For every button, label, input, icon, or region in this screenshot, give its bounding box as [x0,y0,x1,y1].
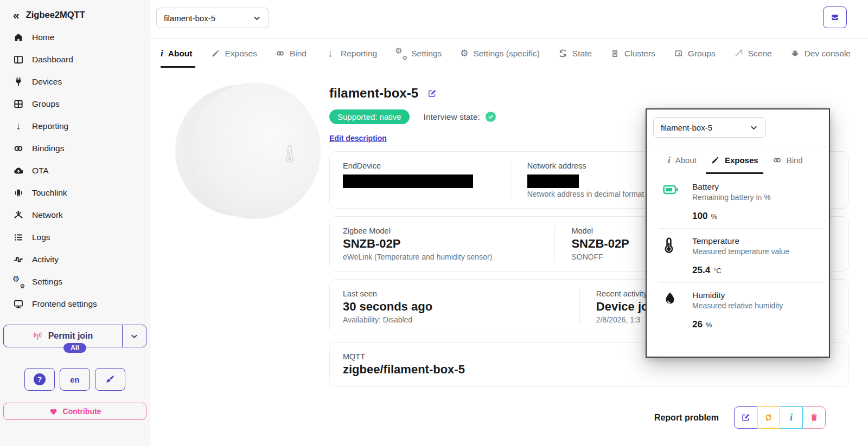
edit-description-link[interactable]: Edit description [329,134,387,143]
sidebar-item-label: Frontend settings [32,299,97,309]
sidebar-item-frontend-settings[interactable]: Frontend settings [0,293,150,315]
sidebar-item-groups[interactable]: Groups [0,93,150,115]
sidebar-item-home[interactable]: Home [0,26,150,48]
bug-icon [790,49,800,58]
expose-value: 26 [692,319,703,330]
popup-tab-bind[interactable]: Bind [765,146,810,174]
tab-label: About [168,49,193,59]
magic-wand-icon [734,49,743,58]
tab-dev-console[interactable]: Dev console [781,39,860,68]
expose-description: Measured temperature value [692,247,789,256]
permit-join-button[interactable]: Permit join [4,325,122,347]
device-select-value: filament-box-5 [164,14,215,23]
tab-settings[interactable]: ⚙⚙ Settings [386,39,451,68]
availability-value: Availability: Disabled [343,315,565,324]
tab-bind[interactable]: Bind [266,39,316,68]
edit-device-button[interactable] [734,406,757,429]
antenna-icon [33,332,42,341]
pencil-icon [711,156,720,165]
remove-device-button[interactable] [802,406,826,429]
expose-description: Remaining battery in % [692,193,771,202]
tab-clusters[interactable]: Clusters [601,39,665,68]
arrow-down-icon: ↓ [13,120,24,132]
sidebar-item-reporting[interactable]: ↓ Reporting [0,115,150,137]
help-button[interactable]: ? [24,368,55,391]
permit-join-label: Permit join [48,331,93,341]
battery-icon [663,182,679,222]
permit-join-control: Permit join All [3,325,146,347]
pulse-icon [13,254,24,265]
expose-value: 100 [692,211,707,222]
sidebar-item-dashboard[interactable]: Dashboard [0,48,150,70]
sidebar-item-label: Devices [32,77,62,87]
zigbee2mqtt-app: « Zigbee2MQTT Home Dashboard Devices Gro… [0,0,868,446]
redacted-ieee-address [343,174,473,188]
sidebar-item-label: Settings [32,277,62,287]
tab-label: Clusters [624,49,655,59]
tab-reporting[interactable]: ↓ Reporting [316,39,386,68]
device-select[interactable]: filament-box-5 [156,8,269,28]
repeat-icon [764,413,773,422]
home-icon [13,32,24,43]
sidebar-header: « Zigbee2MQTT [0,0,150,26]
link-icon [276,49,285,58]
sidebar-item-devices[interactable]: Devices [0,70,150,93]
report-problem-link[interactable]: Report problem [654,413,719,423]
device-tabbar: i About Exposes Bind ↓ Reporting ⚙⚙ Sett… [151,38,868,68]
sidebar-item-logs[interactable]: Logs [0,226,150,248]
last-seen-label: Last seen [343,289,565,298]
gear-icon: ⚙ [460,48,468,59]
zigbee-model-value: SNZB-02P [343,237,540,251]
sidebar-item-network[interactable]: Network [0,204,150,226]
permit-join-dropdown-toggle[interactable] [122,325,146,347]
sidebar-item-activity[interactable]: Activity [0,248,150,270]
collapse-sidebar-icon[interactable]: « [13,9,18,21]
popup-tab-exposes[interactable]: Exposes [704,146,765,174]
tab-settings-specific[interactable]: ⚙ Settings (specific) [451,39,549,68]
sidebar-item-bindings[interactable]: Bindings [0,137,150,159]
supported-badge: Supported: native [329,109,410,124]
inbox-icon [829,12,840,23]
app-title: Zigbee2MQTT [26,10,85,20]
popup-tabbar: i About Exposes Bind [647,146,829,174]
interview-state-label: Interview state: [424,112,480,122]
reconfigure-device-button[interactable] [757,406,780,429]
expose-row-humidity: Humidity Measured relative humidity 26 % [647,282,829,337]
contribute-button[interactable]: Contribute [3,403,146,420]
popup-tab-about[interactable]: i About [661,146,704,174]
theme-button[interactable] [95,368,125,391]
chevron-down-icon [130,332,139,341]
expose-unit: °C [713,267,722,275]
clusters-icon [610,49,620,58]
thermometer-engraving-icon [283,143,297,165]
device-actions: Report problem i [654,406,826,429]
popup-device-select-value: filament-box-5 [661,123,712,132]
sidebar-item-ota[interactable]: OTA [0,159,150,182]
tab-label: Exposes [725,156,758,165]
grid-icon [13,99,24,109]
gears-icon: ⚙⚙ [13,276,24,287]
inbox-button[interactable] [823,7,847,28]
phone-vibrate-icon [13,188,24,198]
tab-label: Settings [411,49,442,59]
sidebar-item-touchlink[interactable]: Touchlink [0,182,150,204]
device-info-button[interactable]: i [780,406,803,429]
device-action-buttons: i [734,406,826,429]
tab-scene[interactable]: Scene [725,39,781,68]
expose-row-battery: Battery Remaining battery in % 100 % [647,174,829,228]
language-button[interactable]: en [60,368,90,391]
tab-state[interactable]: State [549,39,601,68]
sidebar-item-settings[interactable]: ⚙⚙ Settings [0,270,150,293]
popup-device-select[interactable]: filament-box-5 [653,117,766,138]
zigbee-model-desc: eWeLink (Temperature and humidity sensor… [343,253,540,261]
sidebar-item-label: Groups [32,99,60,109]
tab-exposes[interactable]: Exposes [202,39,266,68]
rename-device-icon[interactable] [427,89,437,98]
tab-about[interactable]: i About [161,39,202,68]
network-icon [13,210,24,221]
sidebar-item-label: OTA [32,166,49,176]
question-icon: ? [34,373,46,385]
sidebar-item-label: Network [32,210,63,220]
droplet-icon [663,290,679,330]
tab-groups[interactable]: Groups [665,39,725,68]
